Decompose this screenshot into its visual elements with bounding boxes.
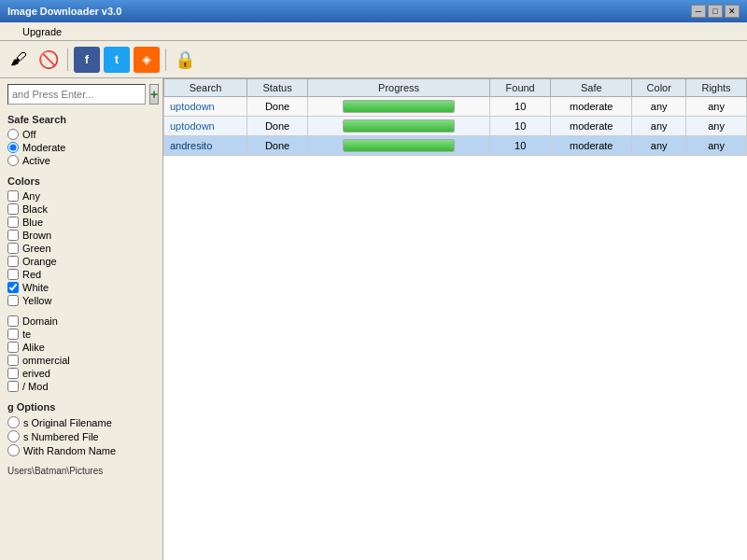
color-green-checkbox[interactable] [7, 243, 19, 254]
safe-search-section: Safe Search Off Moderate Active [7, 114, 155, 166]
color-orange-checkbox[interactable] [7, 256, 19, 267]
col-search: Search [164, 79, 247, 97]
cell-rights: any [686, 117, 747, 136]
safe-search-moderate[interactable]: Moderate [7, 142, 155, 153]
rights-section: Domain te Alike ommercial erived / Mod [7, 315, 155, 392]
color-blue[interactable]: Blue [7, 217, 155, 228]
rights-commercial-checkbox[interactable] [7, 355, 19, 366]
color-orange-label: Orange [22, 256, 57, 267]
cell-status: Done [247, 97, 308, 117]
rights-alike[interactable]: Alike [7, 342, 155, 353]
cell-safe: moderate [551, 117, 632, 136]
save-numbered-label: s Numbered File [23, 431, 99, 442]
rights-te[interactable]: te [7, 329, 155, 340]
save-random-name[interactable]: With Random Name [7, 444, 155, 456]
rights-mod[interactable]: / Mod [7, 381, 155, 392]
cell-color: any [632, 117, 686, 136]
main-layout: + Safe Search Off Moderate Active Colors [0, 78, 747, 560]
color-orange[interactable]: Orange [7, 256, 155, 267]
cell-progress [307, 97, 489, 117]
safe-search-active[interactable]: Active [7, 155, 155, 166]
table-row[interactable]: andresitoDone10moderateanyany [164, 136, 747, 156]
facebook-icon[interactable]: f [74, 47, 100, 73]
safe-search-active-label: Active [22, 155, 50, 166]
color-brown[interactable]: Brown [7, 230, 155, 241]
cell-status: Done [247, 117, 308, 136]
paint-brush-icon[interactable]: 🖌 [6, 47, 32, 73]
rights-te-checkbox[interactable] [7, 329, 19, 340]
rss-icon[interactable]: ◈ [134, 47, 160, 73]
color-white[interactable]: White [7, 282, 155, 293]
color-yellow-label: Yellow [22, 295, 51, 306]
menu-item-upgrade[interactable]: Upgrade [19, 25, 65, 38]
title-bar: Image Downloader v3.0 ─ □ ✕ [0, 0, 747, 22]
cell-found: 10 [490, 117, 551, 136]
color-green-label: Green [22, 243, 51, 254]
col-found: Found [490, 79, 551, 97]
color-blue-label: Blue [22, 217, 43, 228]
rights-derived-label: erived [22, 368, 50, 379]
safe-search-off[interactable]: Off [7, 129, 155, 140]
rights-derived-checkbox[interactable] [7, 368, 19, 379]
cell-found: 10 [490, 136, 551, 156]
color-brown-label: Brown [22, 230, 51, 241]
lock-icon[interactable]: 🔒 [172, 47, 198, 73]
content-area: Search Status Progress Found Safe Color … [163, 78, 747, 560]
color-yellow-checkbox[interactable] [7, 295, 19, 306]
color-blue-checkbox[interactable] [7, 217, 19, 228]
safe-search-off-radio[interactable] [7, 129, 19, 140]
safe-search-moderate-radio[interactable] [7, 142, 19, 153]
color-white-checkbox[interactable] [7, 282, 19, 293]
window-title: Image Downloader v3.0 [7, 6, 121, 17]
table-row[interactable]: uptodownDone10moderateanyany [164, 117, 747, 136]
rights-domain-checkbox[interactable] [7, 315, 19, 327]
color-brown-checkbox[interactable] [7, 230, 19, 241]
color-red-label: Red [22, 269, 41, 280]
save-original-filename[interactable]: s Original Filename [7, 416, 155, 428]
col-color: Color [632, 79, 686, 97]
rights-derived[interactable]: erived [7, 368, 155, 379]
color-black-label: Black [22, 203, 48, 215]
cell-color: any [632, 97, 686, 117]
menu-bar: Upgrade [0, 22, 747, 41]
save-numbered[interactable]: s Numbered File [7, 430, 155, 442]
save-numbered-radio[interactable] [7, 430, 20, 442]
cell-rights: any [686, 136, 747, 156]
cell-status: Done [247, 136, 308, 156]
color-green[interactable]: Green [7, 243, 155, 254]
safe-search-moderate-label: Moderate [22, 142, 65, 153]
toolbar-separator-2 [165, 49, 166, 71]
add-search-button[interactable]: + [149, 84, 159, 105]
color-black-checkbox[interactable] [7, 203, 19, 215]
twitter-icon[interactable]: t [104, 47, 130, 73]
cell-rights: any [686, 97, 747, 117]
color-red[interactable]: Red [7, 269, 155, 280]
safe-search-active-radio[interactable] [7, 155, 19, 166]
search-input[interactable] [7, 84, 146, 105]
no-icon[interactable]: 🚫 [35, 47, 62, 73]
save-random-radio[interactable] [7, 444, 20, 456]
rights-domain[interactable]: Domain [7, 315, 155, 327]
rights-commercial[interactable]: ommercial [7, 355, 155, 366]
window-controls[interactable]: ─ □ ✕ [691, 5, 740, 18]
save-original-radio[interactable] [7, 416, 20, 428]
saving-title: g Options [7, 401, 155, 413]
search-area: + [7, 84, 155, 105]
color-any[interactable]: Any [7, 190, 155, 202]
rights-mod-checkbox[interactable] [7, 381, 19, 392]
color-any-checkbox[interactable] [7, 190, 19, 202]
color-yellow[interactable]: Yellow [7, 295, 155, 306]
table-row[interactable]: uptodownDone10moderateanyany [164, 97, 747, 117]
rights-alike-checkbox[interactable] [7, 342, 19, 353]
maximize-button[interactable]: □ [708, 5, 723, 18]
color-black[interactable]: Black [7, 203, 155, 215]
table-header-row: Search Status Progress Found Safe Color … [164, 79, 747, 97]
cell-progress [307, 117, 489, 136]
col-rights: Rights [686, 79, 747, 97]
col-status: Status [247, 79, 308, 97]
minimize-button[interactable]: ─ [691, 5, 706, 18]
menu-item-file[interactable] [4, 31, 11, 33]
results-table: Search Status Progress Found Safe Color … [163, 78, 747, 156]
color-red-checkbox[interactable] [7, 269, 19, 280]
close-button[interactable]: ✕ [725, 5, 740, 18]
